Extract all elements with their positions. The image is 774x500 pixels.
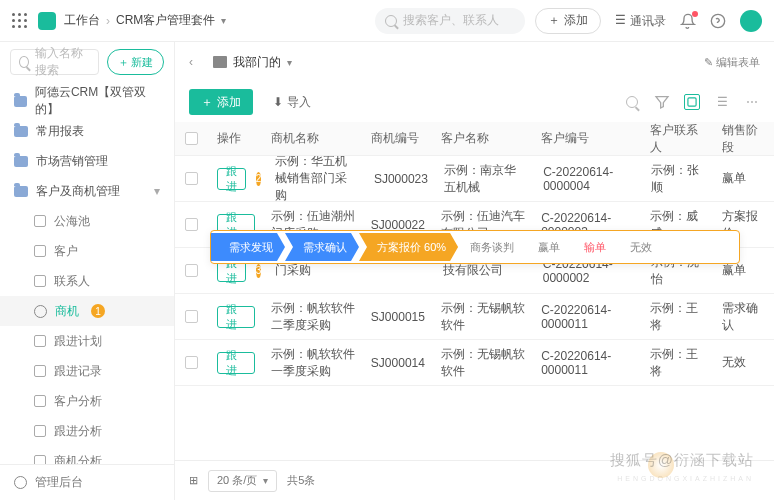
sidebar-item[interactable]: 跟进计划 xyxy=(0,326,174,356)
bell-icon[interactable] xyxy=(680,13,696,29)
list-view-icon[interactable]: ☰ xyxy=(714,94,730,110)
stage-popover: 需求发现需求确认方案报价 60%商务谈判赢单输单无效 xyxy=(210,230,740,264)
data-table: 操作 商机名称 商机编号 客户名称 客户编号 客户联系人 销售阶段 跟进2 示例… xyxy=(175,122,774,460)
sidebar-search[interactable]: 输入名称搜索 xyxy=(10,49,99,75)
org-icon xyxy=(213,56,227,68)
stage-step[interactable]: 商务谈判 xyxy=(458,233,526,261)
sidebar-item-label: 商机分析 xyxy=(54,453,102,465)
table-row[interactable]: 跟进 示例：帆软软件二季度采购 SJ000015 示例：无锡帆软软件 C-202… xyxy=(175,294,774,340)
list-icon xyxy=(34,455,46,464)
table-row[interactable]: 跟进 示例：帆软软件一季度采购 SJ000014 示例：无锡帆软软件 C-202… xyxy=(175,340,774,386)
follow-button[interactable]: 跟进 xyxy=(217,306,255,328)
row-checkbox[interactable] xyxy=(185,264,198,277)
sidebar-item[interactable]: 客户分析 xyxy=(0,386,174,416)
add-record-button[interactable]: ＋ 添加 xyxy=(189,89,253,115)
scope-select[interactable]: 我部门的▾ xyxy=(213,54,292,71)
row-checkbox[interactable] xyxy=(185,310,198,323)
app-logo xyxy=(38,12,56,30)
filter-icon[interactable] xyxy=(654,94,670,110)
sidebar: 输入名称搜索 ＋新建 阿德云CRM【双管双的】常用报表市场营销管理客户及商机管理… xyxy=(0,42,175,500)
cell-cid: C-20220614-0000011 xyxy=(533,303,642,331)
col-cid[interactable]: 客户编号 xyxy=(533,130,642,147)
collapse-icon[interactable]: ‹ xyxy=(189,55,203,69)
folder-icon xyxy=(14,96,27,107)
card-view-icon[interactable] xyxy=(684,94,700,110)
follow-button[interactable]: 跟进 xyxy=(217,168,246,190)
stage-step[interactable]: 需求发现 xyxy=(211,233,285,261)
row-checkbox[interactable] xyxy=(185,218,198,231)
global-search[interactable]: 搜索客户、联系人 xyxy=(375,8,525,34)
row-checkbox[interactable] xyxy=(185,172,198,185)
cell-cust: 示例：南京华五机械 xyxy=(436,162,535,196)
cell-cid: C-20220614-0000011 xyxy=(533,349,642,377)
help-icon[interactable] xyxy=(710,13,726,29)
total-count: 共5条 xyxy=(287,473,315,488)
cell-stage: 需求确认 xyxy=(714,300,774,334)
sidebar-item[interactable]: 客户及商机管理▾ xyxy=(0,176,174,206)
sidebar-item-label: 商机 xyxy=(55,303,79,320)
list-icon xyxy=(34,425,46,437)
cell-name: 示例：帆软软件二季度采购 xyxy=(263,300,363,334)
cell-stage: 赢单 xyxy=(714,170,774,187)
sidebar-item[interactable]: 市场营销管理 xyxy=(0,146,174,176)
table-row[interactable]: 跟进2 示例：华五机械销售部门采购 SJ000023 示例：南京华五机械 C-2… xyxy=(175,156,774,202)
stage-step[interactable]: 输单 xyxy=(572,233,618,261)
list-icon xyxy=(34,365,46,377)
col-contact[interactable]: 客户联系人 xyxy=(642,122,714,156)
sidebar-item[interactable]: 跟进记录 xyxy=(0,356,174,386)
cell-cust: 示例：无锡帆软软件 xyxy=(433,346,533,380)
sidebar-item[interactable]: 联系人 xyxy=(0,266,174,296)
stage-step[interactable]: 方案报价 60% xyxy=(359,233,458,261)
crumb-workspace[interactable]: 工作台 xyxy=(64,12,100,29)
search-icon xyxy=(385,15,397,27)
sidebar-item-label: 客户及商机管理 xyxy=(36,183,120,200)
gear-icon xyxy=(14,476,27,489)
cell-contact: 示例：王将 xyxy=(642,346,714,380)
folder-icon xyxy=(14,126,28,137)
import-button[interactable]: ⬇ 导入 xyxy=(263,89,321,115)
add-button[interactable]: ＋添加 xyxy=(535,8,601,34)
sidebar-item[interactable]: 客户 xyxy=(0,236,174,266)
page-size-select[interactable]: 20 条/页▾ xyxy=(208,470,277,492)
admin-link[interactable]: 管理后台 xyxy=(0,464,174,500)
edit-form-link[interactable]: ✎ 编辑表单 xyxy=(704,55,760,70)
avatar[interactable] xyxy=(740,10,762,32)
search-icon[interactable] xyxy=(624,94,640,110)
sidebar-item[interactable]: 商机分析 xyxy=(0,446,174,464)
sidebar-item[interactable]: 公海池 xyxy=(0,206,174,236)
row-checkbox[interactable] xyxy=(185,356,198,369)
select-all-checkbox[interactable] xyxy=(185,132,198,145)
svg-point-0 xyxy=(711,14,724,27)
badge: 2 xyxy=(256,172,262,186)
sidebar-item[interactable]: 商机1 xyxy=(0,296,174,326)
main: ‹ 我部门的▾ ✎ 编辑表单 ＋ 添加 ⬇ 导入 ☰ ⋯ xyxy=(175,42,774,500)
cell-cust: 技有限公司 xyxy=(435,262,534,279)
apps-icon[interactable] xyxy=(12,13,28,29)
col-code[interactable]: 商机编号 xyxy=(363,130,433,147)
sidebar-item[interactable]: 阿德云CRM【双管双的】 xyxy=(0,86,174,116)
stage-step[interactable]: 无效 xyxy=(618,233,664,261)
sidebar-item[interactable]: 常用报表 xyxy=(0,116,174,146)
col-stage[interactable]: 销售阶段 xyxy=(714,122,774,156)
breadcrumb: 工作台 › CRM客户管理套件 ▾ xyxy=(64,12,226,29)
col-cust[interactable]: 客户名称 xyxy=(433,130,533,147)
crumb-suite[interactable]: CRM客户管理套件 xyxy=(116,12,215,29)
svg-rect-1 xyxy=(688,98,696,106)
follow-button[interactable]: 跟进 xyxy=(217,352,255,374)
stage-step[interactable]: 赢单 xyxy=(526,233,572,261)
chevron-down-icon: ▾ xyxy=(221,15,226,26)
sidebar-item[interactable]: 跟进分析 xyxy=(0,416,174,446)
sidebar-item-label: 阿德云CRM【双管双的】 xyxy=(35,84,160,118)
cell-contact: 示例：张顺 xyxy=(643,162,714,196)
new-button[interactable]: ＋新建 xyxy=(107,49,164,75)
list-icon xyxy=(34,215,46,227)
grid-icon[interactable]: ⊞ xyxy=(189,474,198,487)
stage-step[interactable]: 需求确认 xyxy=(285,233,359,261)
folder-icon xyxy=(14,186,28,197)
badge: 3 xyxy=(256,264,262,278)
contacts-link[interactable]: ☰通讯录 xyxy=(615,13,666,29)
more-icon[interactable]: ⋯ xyxy=(744,94,760,110)
cell-code: SJ000023 xyxy=(366,172,436,186)
cell-code: SJ000014 xyxy=(363,356,433,370)
col-name[interactable]: 商机名称 xyxy=(263,130,363,147)
